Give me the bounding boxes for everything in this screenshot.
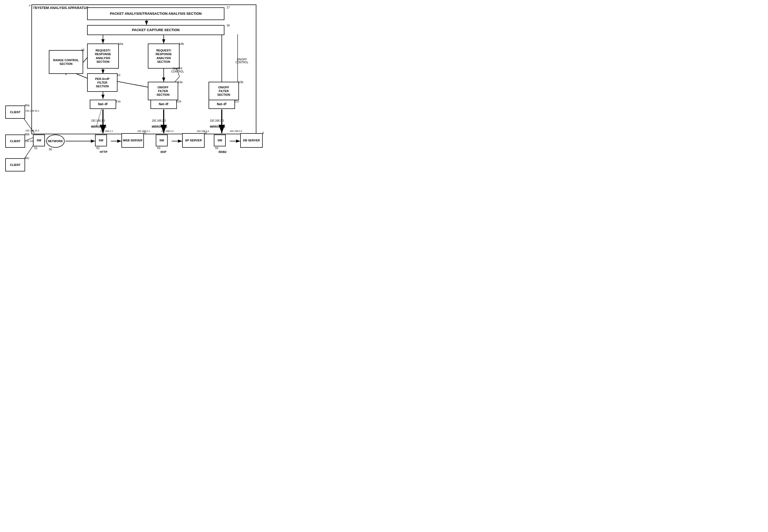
ip-3-2-label: 192.168.3.2: [230, 130, 242, 132]
req-resp-a-num: 14a: [118, 42, 123, 45]
net-if-a-num: 11a: [116, 100, 120, 103]
per-srcip-box: PER-SrcIPFILTERSECTION: [87, 73, 117, 92]
req-resp-b-num: 14b: [179, 42, 184, 45]
onoff-control-label-b: ON/OFFCONTROL: [236, 58, 249, 64]
ap-server-box: AP SERVER: [182, 133, 205, 148]
range-control-box: RANGE CONTROL SECTION: [49, 50, 83, 74]
sw-61-box: SW: [33, 135, 45, 146]
network-num: 50: [49, 148, 52, 151]
sw-64-box: SW: [214, 135, 226, 146]
sw-63-num: 63: [157, 146, 160, 150]
system-num: 10: [32, 6, 36, 9]
onoff-filter-b-num: 13b: [239, 80, 243, 84]
sw-64-num: 64: [215, 146, 218, 150]
network-oval: NETWORK: [46, 135, 65, 148]
ip-1-3-label: 192.168.1.3: [91, 119, 105, 122]
ip-2-1-label: 192.168.2.1: [137, 130, 150, 132]
sw-63-box: SW: [156, 135, 167, 146]
onoff-control-label-a: ON/OFFCONTROL: [171, 67, 184, 73]
net-if-b-box: Net−IF: [150, 100, 177, 109]
packet-analysis-box: PACKET ANALYSIS/TRANSACTION ANALYSIS SEC…: [87, 7, 225, 20]
net-if-b-num: 11b: [176, 100, 181, 103]
system-apparatus-label: SYSTEM ANALYSIS APPARATUS: [35, 6, 88, 10]
web-server-box: WEB SERVER: [121, 133, 144, 148]
ip-2-2-label: 192.168.2.2: [161, 130, 174, 132]
ip-3-1-label: 192.168.3.1: [197, 130, 210, 132]
http-label: HTTP: [100, 150, 107, 154]
rdb2-label: RDB2: [219, 150, 227, 154]
packet-capture-box: PACKET CAPTURE SECTION: [87, 25, 225, 35]
packet-capture-num: 16: [227, 24, 230, 27]
onoff-filter-a-box: ON/OFFFILTERSECTION: [148, 82, 178, 100]
net-if-a-box: Net−IF: [90, 100, 116, 109]
system-num-arrow: ↗: [28, 4, 31, 7]
sw-61-num: 61: [34, 146, 37, 150]
client-b-num: 40b: [25, 133, 29, 136]
per-srcip-num: 12: [117, 73, 120, 76]
packet-analysis-num: 17: [227, 6, 230, 9]
net-if-c-num: 11c: [235, 100, 239, 103]
req-resp-b-box: REQUEST/RESPONSEANALYSISSECTION: [148, 44, 179, 69]
db-server-box: DB SERVER: [240, 133, 263, 148]
onoff-filter-a-num: 13a: [178, 80, 182, 84]
client-a-num: 40a: [25, 104, 29, 107]
diagram: SYSTEM ANALYSIS APPARATUS 10 ↗ PACKET AN…: [0, 0, 264, 185]
ip-2-3-label: 192.168.2.3: [152, 119, 166, 122]
req-resp-a-box: REQUEST/RESPONSEANALYSISSECTION: [87, 44, 119, 69]
client-a-box: CLIENT: [5, 106, 25, 119]
range-control-num: 15: [81, 48, 84, 51]
sw-62-box: SW: [95, 135, 107, 146]
client-c-num: 40c: [25, 156, 29, 160]
ip-10-1-label: 192.168.10.1: [25, 109, 39, 112]
db-server-num: 33: [262, 131, 264, 135]
ip-1-1-label: 192.168.1.1: [100, 130, 113, 132]
mirroring-a-label: MIRRORING: [91, 125, 106, 128]
client-c-box: CLIENT: [5, 158, 25, 171]
ip-3-3-label: 192.168.3.3: [210, 119, 224, 122]
ip-10-2-label: 192.168.10.2: [25, 129, 39, 132]
sw-62-num: 62: [96, 146, 99, 150]
net-if-c-box: Net−IF: [209, 100, 235, 109]
client-b-box: CLIENT: [5, 135, 25, 148]
mirroring-b-label: MIRRORING: [152, 125, 167, 128]
mirroring-c-label: MIRRORING: [210, 125, 225, 128]
onoff-filter-b-box: ON/OFFFILTERSECTION: [209, 82, 239, 100]
iiop-label: IIOP: [160, 150, 166, 154]
